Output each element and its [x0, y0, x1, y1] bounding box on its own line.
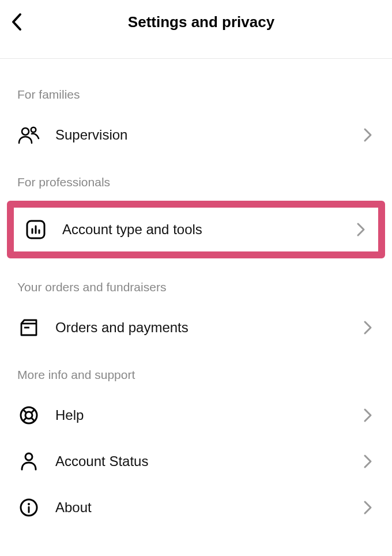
row-account-type-and-tools[interactable]: Account type and tools — [14, 208, 378, 251]
chevron-left-icon — [10, 13, 23, 31]
info-icon — [17, 498, 40, 517]
person-icon — [17, 452, 40, 471]
chevron-right-icon — [361, 127, 375, 142]
svg-point-0 — [22, 128, 29, 135]
svg-point-14 — [25, 453, 32, 460]
back-button[interactable] — [0, 13, 45, 31]
section-header-families: For families — [0, 88, 392, 112]
row-label: Help — [40, 407, 361, 423]
row-about[interactable]: About — [0, 484, 392, 531]
box-icon — [17, 318, 40, 337]
svg-line-12 — [23, 418, 27, 422]
highlight-account-type: Account type and tools — [7, 201, 385, 258]
bar-chart-icon — [24, 219, 47, 240]
svg-point-16 — [28, 503, 30, 505]
svg-point-1 — [31, 127, 36, 132]
row-label: Account type and tools — [47, 221, 354, 238]
lifebuoy-icon — [17, 405, 40, 425]
section-header-support: More info and support — [0, 368, 392, 392]
page-title: Settings and privacy — [45, 13, 392, 31]
section-header-professionals: For professionals — [0, 175, 392, 200]
row-account-status[interactable]: Account Status — [0, 438, 392, 484]
chevron-right-icon — [361, 454, 375, 469]
chevron-right-icon — [361, 408, 375, 423]
svg-point-9 — [25, 412, 32, 419]
row-label: Supervision — [40, 127, 361, 143]
svg-line-11 — [32, 410, 35, 413]
row-label: About — [40, 499, 361, 516]
chevron-right-icon — [354, 222, 368, 237]
row-help[interactable]: Help — [0, 392, 392, 438]
svg-line-10 — [23, 410, 27, 413]
row-label: Orders and payments — [40, 320, 361, 336]
settings-screen: Settings and privacy For families Superv… — [0, 0, 392, 556]
chevron-right-icon — [361, 500, 375, 515]
header: Settings and privacy — [0, 0, 392, 44]
previous-row-partial — [0, 44, 392, 59]
section-header-orders: Your orders and fundraisers — [0, 280, 392, 305]
row-supervision[interactable]: Supervision — [0, 112, 392, 158]
chevron-right-icon — [361, 320, 375, 335]
row-label: Account Status — [40, 453, 361, 469]
row-orders-and-payments[interactable]: Orders and payments — [0, 305, 392, 351]
svg-line-13 — [32, 418, 35, 422]
people-icon — [17, 126, 40, 144]
